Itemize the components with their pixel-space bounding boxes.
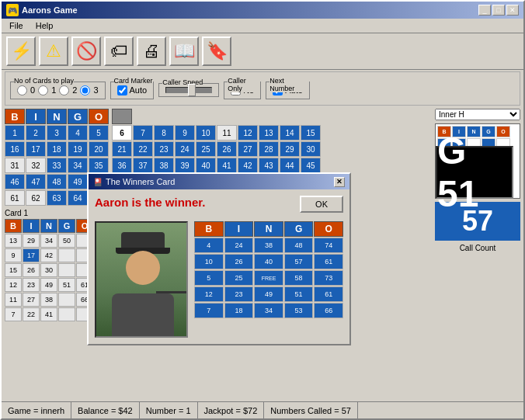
radio-0-input[interactable]	[17, 85, 27, 95]
cr4-4[interactable]: 51	[58, 278, 75, 292]
i62[interactable]: 62	[26, 190, 46, 206]
speed-slider[interactable]	[165, 87, 212, 93]
radio-3-input[interactable]	[80, 85, 90, 95]
c11[interactable]: 11	[217, 125, 237, 141]
c7[interactable]: 7	[133, 125, 153, 141]
cr2-1[interactable]: 9	[5, 248, 22, 262]
c8[interactable]: 8	[154, 125, 174, 141]
b31[interactable]: 31	[5, 158, 25, 173]
c24[interactable]: 24	[175, 141, 195, 157]
menu-file[interactable]: File	[5, 20, 28, 31]
cr6-3[interactable]: 41	[40, 307, 57, 321]
maximize-button[interactable]: □	[492, 5, 505, 16]
modal-close-button[interactable]: ✕	[334, 177, 345, 187]
cr2-3[interactable]: 42	[40, 248, 57, 262]
ok-button[interactable]: OK	[300, 196, 343, 213]
c38[interactable]: 38	[154, 158, 174, 173]
c15[interactable]: 15	[301, 125, 321, 141]
cr4-2[interactable]: 23	[23, 278, 40, 292]
lightning-button[interactable]: ⚡	[6, 36, 36, 66]
c22[interactable]: 22	[133, 141, 153, 157]
c10[interactable]: 10	[196, 125, 216, 141]
i17[interactable]: 17	[26, 141, 46, 157]
g4[interactable]: 4	[68, 125, 88, 141]
radio-2-input[interactable]	[59, 85, 69, 95]
cr4-1[interactable]: 12	[5, 278, 22, 292]
c42[interactable]: 42	[238, 158, 258, 173]
cr1-2[interactable]: 29	[23, 234, 40, 248]
c39[interactable]: 39	[175, 158, 195, 173]
o35[interactable]: 35	[89, 158, 109, 173]
c26[interactable]: 26	[217, 141, 237, 157]
n48[interactable]: 48	[47, 174, 67, 189]
n63[interactable]: 63	[47, 190, 67, 206]
cr3-3[interactable]: 30	[40, 263, 57, 277]
cr5-3[interactable]: 38	[40, 293, 57, 307]
c13[interactable]: 13	[259, 125, 279, 141]
stamp-button[interactable]: 🏷	[104, 36, 134, 66]
c36[interactable]: 36	[112, 158, 132, 173]
c21[interactable]: 21	[112, 141, 132, 157]
n33[interactable]: 33	[47, 158, 67, 173]
cr5-1[interactable]: 11	[5, 293, 22, 307]
o20[interactable]: 20	[89, 141, 109, 157]
book-button[interactable]: 📖	[169, 36, 199, 66]
c27[interactable]: 27	[238, 141, 258, 157]
c40[interactable]: 40	[196, 158, 216, 173]
c28[interactable]: 28	[259, 141, 279, 157]
cr4-3[interactable]: 49	[40, 278, 57, 292]
c44[interactable]: 44	[280, 158, 300, 173]
wc-r1-2: 24	[224, 238, 254, 253]
c25[interactable]: 25	[196, 141, 216, 157]
c43[interactable]: 43	[259, 158, 279, 173]
b16[interactable]: 16	[5, 141, 25, 157]
slider-thumb[interactable]	[188, 84, 196, 96]
g64[interactable]: 64	[68, 190, 88, 206]
close-button[interactable]: ✕	[506, 5, 519, 16]
cr6-1[interactable]: 7	[5, 307, 22, 321]
i47[interactable]: 47	[26, 174, 46, 189]
cr6-2[interactable]: 22	[23, 307, 40, 321]
c6[interactable]: 6	[112, 125, 132, 141]
cr1-1[interactable]: 13	[5, 234, 22, 248]
bookmark-button[interactable]: 🔖	[202, 36, 231, 66]
cr3-1[interactable]: 15	[5, 263, 22, 277]
warning-button[interactable]: ⚠	[39, 36, 68, 66]
menu-help[interactable]: Help	[31, 20, 58, 31]
cr6-4[interactable]	[58, 307, 75, 321]
b46[interactable]: 46	[5, 174, 25, 189]
i2[interactable]: 2	[26, 125, 46, 141]
cr1-4[interactable]: 50	[58, 234, 75, 248]
c37[interactable]: 37	[133, 158, 153, 173]
c45[interactable]: 45	[301, 158, 321, 173]
g49[interactable]: 49	[68, 174, 88, 189]
o5[interactable]: 5	[89, 125, 109, 141]
c9[interactable]: 9	[175, 125, 195, 141]
minimize-button[interactable]: _	[478, 5, 491, 16]
cr2-4[interactable]	[58, 248, 75, 262]
c23[interactable]: 23	[154, 141, 174, 157]
cr3-2[interactable]: 26	[23, 263, 40, 277]
n18[interactable]: 18	[47, 141, 67, 157]
g34[interactable]: 34	[68, 158, 88, 173]
cr1-3[interactable]: 34	[40, 234, 57, 248]
cr5-2[interactable]: 27	[23, 293, 40, 307]
i32[interactable]: 32	[26, 158, 46, 173]
cr5-4[interactable]	[58, 293, 75, 307]
c30[interactable]: 30	[301, 141, 321, 157]
stop-button[interactable]: 🚫	[71, 36, 101, 66]
auto-checkbox-input[interactable]	[117, 85, 127, 95]
c29[interactable]: 29	[280, 141, 300, 157]
cr3-4[interactable]	[58, 263, 75, 277]
inner-h-dropdown[interactable]: Inner H	[435, 109, 520, 120]
radio-1-input[interactable]	[38, 85, 48, 95]
b1[interactable]: 1	[5, 125, 25, 141]
g19[interactable]: 19	[68, 141, 88, 157]
n3[interactable]: 3	[47, 125, 67, 141]
print-button[interactable]: 🖨	[137, 36, 166, 66]
c12[interactable]: 12	[238, 125, 258, 141]
c41[interactable]: 41	[217, 158, 237, 173]
cr2-2[interactable]: 17	[23, 248, 40, 262]
b61[interactable]: 61	[5, 190, 25, 206]
c14[interactable]: 14	[280, 125, 300, 141]
